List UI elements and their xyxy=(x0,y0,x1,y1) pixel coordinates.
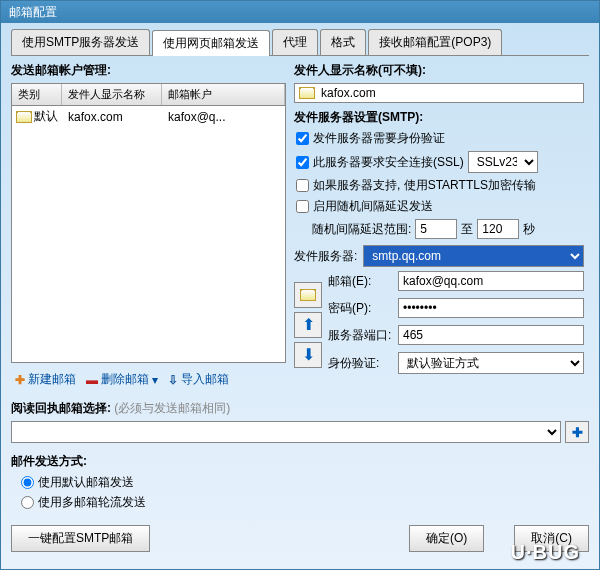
table-header: 类别 发件人显示名称 邮箱帐户 xyxy=(12,84,285,106)
password-label: 密码(P): xyxy=(328,300,392,317)
cell-type-text: 默认 xyxy=(34,108,58,125)
move-down-button[interactable]: ⬇ xyxy=(294,342,322,368)
server-label: 发件服务器: xyxy=(294,248,357,265)
ssl-checkbox[interactable] xyxy=(296,156,309,169)
mail-icon xyxy=(16,111,32,123)
delete-mailbox-button[interactable]: ▬ 删除邮箱 ▾ xyxy=(82,369,162,390)
send-mode-multi-label: 使用多邮箱轮流发送 xyxy=(38,494,146,511)
import-mailbox-label: 导入邮箱 xyxy=(181,371,229,388)
server-row: 发件服务器: smtp.qq.com xyxy=(294,245,584,267)
titlebar: 邮箱配置 xyxy=(1,1,599,23)
col-account[interactable]: 邮箱帐户 xyxy=(162,84,285,105)
ok-button[interactable]: 确定(O) xyxy=(409,525,484,552)
cell-type: 默认 xyxy=(12,108,62,125)
starttls-label: 如果服务器支持, 使用STARTTLS加密传输 xyxy=(313,177,536,194)
delay-range-label: 随机间隔延迟范围: xyxy=(312,221,411,238)
reply-combo-row: ✚ xyxy=(11,421,589,443)
auth-required-checkbox[interactable] xyxy=(296,132,309,145)
port-label: 服务器端口: xyxy=(328,327,392,344)
auth-mode-select[interactable]: 默认验证方式 xyxy=(398,352,584,374)
cell-account: kafox@q... xyxy=(162,110,285,124)
mail-icon xyxy=(300,289,316,301)
reply-section: 阅读回执邮箱选择: (必须与发送邮箱相同) ✚ xyxy=(11,400,589,443)
table-row[interactable]: 默认 kafox.com kafox@q... xyxy=(12,106,285,127)
reply-hint: (必须与发送邮箱相同) xyxy=(114,401,230,415)
random-delay-row: 启用随机间隔延迟发送 xyxy=(294,198,584,215)
reply-mailbox-select[interactable] xyxy=(11,421,561,443)
plus-icon: ✚ xyxy=(15,373,25,387)
side-buttons: ⬆ ⬇ xyxy=(294,271,322,378)
sender-name-input[interactable]: kafox.com xyxy=(294,83,584,103)
send-mode-multi-radio[interactable] xyxy=(21,496,34,509)
starttls-row: 如果服务器支持, 使用STARTTLS加密传输 xyxy=(294,177,584,194)
starttls-checkbox[interactable] xyxy=(296,179,309,192)
reply-label: 阅读回执邮箱选择: xyxy=(11,401,111,415)
send-mode-default-radio[interactable] xyxy=(21,476,34,489)
delay-range-row: 随机间隔延迟范围: 至 秒 xyxy=(312,219,584,239)
auth-mode-label: 身份验证: xyxy=(328,355,392,372)
sender-name-value: kafox.com xyxy=(321,86,376,100)
tab-smtp[interactable]: 使用SMTP服务器发送 xyxy=(11,29,150,55)
delay-from-input[interactable] xyxy=(415,219,457,239)
move-up-button[interactable]: ⬆ xyxy=(294,312,322,338)
cell-name: kafox.com xyxy=(62,110,162,124)
sender-label: 发件人显示名称(可不填): xyxy=(294,62,584,79)
random-delay-checkbox[interactable] xyxy=(296,200,309,213)
arrow-up-icon: ⬆ xyxy=(302,315,315,334)
delete-mailbox-label: 删除邮箱 xyxy=(101,371,149,388)
import-icon: ⇩ xyxy=(168,373,178,387)
smtp-settings-label: 发件服务器设置(SMTP): xyxy=(294,109,584,126)
send-mode-default-label: 使用默认邮箱发送 xyxy=(38,474,134,491)
delay-sec-label: 秒 xyxy=(523,221,535,238)
accounts-table[interactable]: 类别 发件人显示名称 邮箱帐户 默认 kafox.com kafox@q... xyxy=(11,83,286,363)
main-panel: 发送邮箱帐户管理: 类别 发件人显示名称 邮箱帐户 默认 kafox.com k… xyxy=(11,62,589,390)
mail-icon xyxy=(299,87,315,99)
accounts-title: 发送邮箱帐户管理: xyxy=(11,62,286,79)
ssl-version-select[interactable]: SSLv23 xyxy=(468,151,538,173)
email-input[interactable] xyxy=(398,271,584,291)
arrow-down-icon: ⬇ xyxy=(302,345,315,364)
content-area: 使用SMTP服务器发送 使用网页邮箱发送 代理 格式 接收邮箱配置(POP3) … xyxy=(1,23,599,569)
import-mailbox-button[interactable]: ⇩ 导入邮箱 xyxy=(164,369,233,390)
random-delay-label: 启用随机间隔延迟发送 xyxy=(313,198,433,215)
tab-pop3[interactable]: 接收邮箱配置(POP3) xyxy=(368,29,502,55)
new-mailbox-label: 新建邮箱 xyxy=(28,371,76,388)
window-title: 邮箱配置 xyxy=(9,4,57,20)
minus-icon: ▬ xyxy=(86,373,98,387)
ssl-row: 此服务器要求安全连接(SSL) SSLv23 xyxy=(294,151,584,173)
password-input[interactable] xyxy=(398,298,584,318)
accounts-toolbar: ✚ 新建邮箱 ▬ 删除邮箱 ▾ ⇩ 导入邮箱 xyxy=(11,369,286,390)
delay-to-input[interactable] xyxy=(477,219,519,239)
watermark: U·BUG xyxy=(511,541,580,564)
footer: 一键配置SMTP邮箱 确定(O) 取消(C) xyxy=(11,525,589,552)
credentials-block: ⬆ ⬇ 邮箱(E): 密码(P): 服务器端口: xyxy=(294,271,584,378)
right-column: 发件人显示名称(可不填): kafox.com 发件服务器设置(SMTP): 发… xyxy=(294,62,584,390)
ssl-label: 此服务器要求安全连接(SSL) xyxy=(313,154,464,171)
send-mode-section: 邮件发送方式: 使用默认邮箱发送 使用多邮箱轮流发送 xyxy=(11,453,589,511)
auth-required-row: 发件服务器需要身份验证 xyxy=(294,130,584,147)
mail-indicator-button[interactable] xyxy=(294,282,322,308)
autoconfig-smtp-button[interactable]: 一键配置SMTP邮箱 xyxy=(11,525,150,552)
smtp-server-select[interactable]: smtp.qq.com xyxy=(363,245,584,267)
port-input[interactable] xyxy=(398,325,584,345)
tab-webmail[interactable]: 使用网页邮箱发送 xyxy=(152,30,270,56)
send-mode-label: 邮件发送方式: xyxy=(11,453,589,470)
add-reply-mailbox-button[interactable]: ✚ xyxy=(565,421,589,443)
col-name[interactable]: 发件人显示名称 xyxy=(62,84,162,105)
tab-strip: 使用SMTP服务器发送 使用网页邮箱发送 代理 格式 接收邮箱配置(POP3) xyxy=(11,29,589,56)
tab-format[interactable]: 格式 xyxy=(320,29,366,55)
left-column: 发送邮箱帐户管理: 类别 发件人显示名称 邮箱帐户 默认 kafox.com k… xyxy=(11,62,286,390)
dialog-window: 邮箱配置 使用SMTP服务器发送 使用网页邮箱发送 代理 格式 接收邮箱配置(P… xyxy=(0,0,600,570)
dropdown-icon: ▾ xyxy=(152,373,158,387)
col-type[interactable]: 类别 xyxy=(12,84,62,105)
server-inputs: 邮箱(E): 密码(P): 服务器端口: 身份验证: xyxy=(328,271,584,378)
delay-to-label: 至 xyxy=(461,221,473,238)
send-mode-group: 使用默认邮箱发送 使用多邮箱轮流发送 xyxy=(11,474,589,511)
new-mailbox-button[interactable]: ✚ 新建邮箱 xyxy=(11,369,80,390)
auth-required-label: 发件服务器需要身份验证 xyxy=(313,130,445,147)
email-label: 邮箱(E): xyxy=(328,273,392,290)
tab-proxy[interactable]: 代理 xyxy=(272,29,318,55)
